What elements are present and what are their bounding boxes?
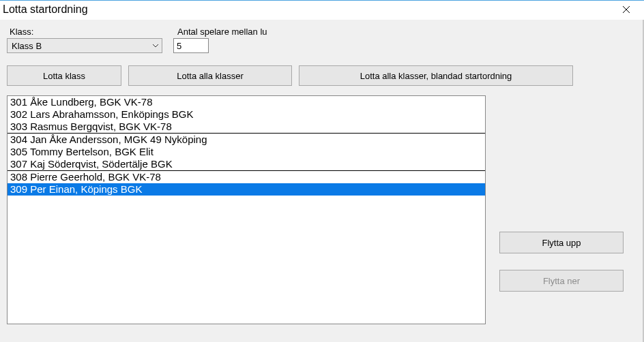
startorder-listbox[interactable]: 301 Åke Lundberg, BGK VK-78302 Lars Abra… [7,95,486,324]
klass-label: Klass: [7,27,177,37]
list-group: 304 Jan Åke Andersson, MGK 49 Nyköping30… [8,134,485,171]
list-item[interactable]: 307 Kaj Söderqvist, Södertälje BGK [8,158,485,170]
antal-label: Antal spelare mellan lu [177,27,273,37]
close-button[interactable] [613,2,640,18]
list-item[interactable]: 303 Rasmus Bergqvist, BGK VK-78 [8,121,485,133]
list-item[interactable]: 304 Jan Åke Andersson, MGK 49 Nyköping [8,134,485,146]
inputs-row: Klass B [7,38,637,53]
list-item[interactable]: 305 Tommy Bertelson, BGK Elit [8,146,485,158]
titlebar: Lotta startordning [0,1,644,20]
list-item[interactable]: 308 Pierre Geerhold, BGK VK-78 [8,171,485,183]
close-icon [622,5,630,16]
main-area: 301 Åke Lundberg, BGK VK-78302 Lars Abra… [7,95,637,324]
flytta-upp-button[interactable]: Flytta upp [499,232,624,253]
antal-input[interactable] [173,38,209,53]
list-item[interactable]: 302 Lars Abrahamsson, Enköpings BGK [8,108,485,121]
list-group: 301 Åke Lundberg, BGK VK-78302 Lars Abra… [8,96,485,134]
buttons-row: Lotta klass Lotta alla klasser Lotta all… [7,65,637,86]
list-group: 308 Pierre Geerhold, BGK VK-78309 Per Ei… [8,171,485,196]
window-title: Lotta startordning [3,2,88,16]
chevron-down-icon [152,44,159,48]
flytta-ner-button[interactable]: Flytta ner [499,270,624,292]
dialog-body: Klass: Antal spelare mellan lu Klass B L… [0,20,644,324]
list-item[interactable]: 309 Per Einan, Köpings BGK [8,183,485,196]
lotta-klass-button[interactable]: Lotta klass [7,65,121,86]
labels-row: Klass: Antal spelare mellan lu [7,27,637,37]
dialog-window: Lotta startordning Klass: Antal spelare … [0,0,644,342]
lotta-alla-klasser-button[interactable]: Lotta alla klasser [128,65,292,86]
klass-select[interactable]: Klass B [7,38,162,53]
side-buttons: Flytta upp Flytta ner [499,95,624,324]
list-item[interactable]: 301 Åke Lundberg, BGK VK-78 [8,96,485,108]
lotta-alla-blandad-button[interactable]: Lotta alla klasser, blandad startordning [299,65,573,86]
klass-select-value: Klass B [12,41,42,51]
